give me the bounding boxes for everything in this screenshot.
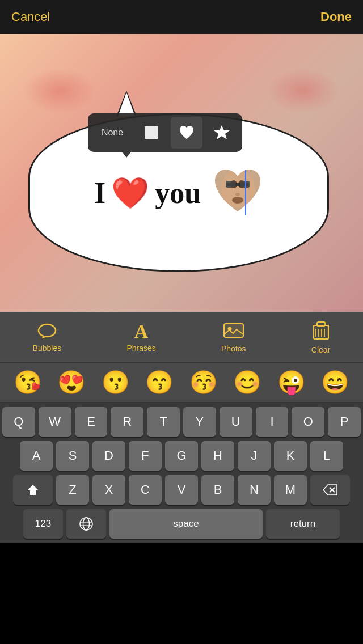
bubble-content: I ❤️ you bbox=[94, 167, 263, 218]
svg-marker-1 bbox=[214, 125, 230, 139]
key-Z[interactable]: Z bbox=[56, 475, 89, 505]
frame-option-heart[interactable] bbox=[171, 117, 202, 149]
bubble-heart: ❤️ bbox=[111, 175, 149, 211]
clear-icon bbox=[313, 321, 329, 343]
header: Cancel Done bbox=[0, 0, 363, 34]
svg-rect-0 bbox=[145, 126, 158, 139]
keyboard-row-1: Q W E R T Y U I O P bbox=[2, 407, 361, 437]
emoji-0[interactable]: 😘 bbox=[14, 369, 42, 396]
key-K[interactable]: K bbox=[274, 441, 307, 471]
clear-label: Clear bbox=[311, 345, 330, 354]
key-G[interactable]: G bbox=[165, 441, 198, 471]
svg-rect-13 bbox=[224, 324, 243, 337]
key-V[interactable]: V bbox=[165, 475, 198, 505]
emoji-6[interactable]: 😜 bbox=[277, 369, 306, 396]
emoji-4[interactable]: 😚 bbox=[189, 369, 218, 396]
svg-point-10 bbox=[39, 324, 56, 337]
space-key[interactable]: space bbox=[109, 509, 263, 539]
bubble-photo bbox=[212, 167, 263, 218]
key-S[interactable]: S bbox=[56, 441, 89, 471]
emoji-5[interactable]: 😊 bbox=[233, 369, 261, 396]
key-H[interactable]: H bbox=[201, 441, 234, 471]
key-F[interactable]: F bbox=[129, 441, 162, 471]
key-E[interactable]: E bbox=[75, 407, 108, 437]
svg-point-8 bbox=[235, 193, 240, 196]
globe-key[interactable] bbox=[66, 509, 106, 539]
key-Y[interactable]: Y bbox=[183, 407, 216, 437]
key-C[interactable]: C bbox=[129, 475, 162, 505]
toolbar-bubbles[interactable]: Bubbles bbox=[33, 323, 62, 353]
frame-selector: None bbox=[88, 113, 242, 152]
emoji-3[interactable]: 😙 bbox=[145, 369, 174, 396]
key-W[interactable]: W bbox=[39, 407, 71, 437]
keyboard: Q W E R T Y U I O P A S D F G H J K L Z … bbox=[0, 402, 363, 543]
delete-key[interactable] bbox=[310, 475, 350, 505]
keyboard-row-2: A S D F G H J K L bbox=[2, 441, 361, 471]
frame-option-star[interactable] bbox=[206, 117, 238, 149]
photos-label: Photos bbox=[221, 344, 246, 353]
text-cursor bbox=[245, 170, 246, 215]
done-button[interactable]: Done bbox=[320, 10, 352, 24]
toolbar-photos[interactable]: Photos bbox=[221, 322, 246, 353]
emoji-row: 😘 😍 😗 😙 😚 😊 😜 😄 bbox=[0, 363, 363, 402]
toolbar-clear[interactable]: Clear bbox=[311, 321, 330, 354]
svg-point-9 bbox=[232, 197, 243, 204]
emoji-2[interactable]: 😗 bbox=[102, 369, 130, 396]
bubbles-label: Bubbles bbox=[33, 344, 62, 353]
toolbar-phrases[interactable]: A Phrases bbox=[126, 322, 155, 353]
phrases-icon: A bbox=[134, 322, 149, 341]
key-J[interactable]: J bbox=[238, 441, 271, 471]
return-key[interactable]: return bbox=[266, 509, 340, 539]
key-D[interactable]: D bbox=[92, 441, 125, 471]
key-L[interactable]: L bbox=[310, 441, 343, 471]
photos-icon bbox=[223, 322, 244, 342]
toolbar: Bubbles A Phrases Photos bbox=[0, 312, 363, 363]
key-B[interactable]: B bbox=[201, 475, 234, 505]
key-U[interactable]: U bbox=[220, 407, 252, 437]
key-R[interactable]: R bbox=[111, 407, 143, 437]
key-I[interactable]: I bbox=[256, 407, 289, 437]
svg-point-25 bbox=[80, 518, 92, 530]
key-M[interactable]: M bbox=[274, 475, 307, 505]
shift-key[interactable] bbox=[13, 475, 53, 505]
keyboard-bottom-row: 123 space return bbox=[2, 509, 361, 539]
key-A[interactable]: A bbox=[20, 441, 53, 471]
num-key[interactable]: 123 bbox=[23, 509, 63, 539]
emoji-1[interactable]: 😍 bbox=[57, 369, 86, 396]
key-P[interactable]: P bbox=[328, 407, 361, 437]
canvas-area: None I ❤️ you bbox=[0, 34, 363, 312]
key-O[interactable]: O bbox=[292, 407, 324, 437]
cancel-button[interactable]: Cancel bbox=[11, 10, 50, 24]
bubble-text-after: you bbox=[155, 176, 201, 210]
frame-option-none[interactable]: None bbox=[92, 117, 132, 149]
svg-rect-6 bbox=[226, 181, 235, 188]
bubbles-icon bbox=[37, 323, 57, 341]
keyboard-row-3: Z X C V B N M bbox=[2, 475, 361, 505]
bubble-text-before: I bbox=[94, 176, 105, 210]
phrases-label: Phrases bbox=[126, 344, 155, 353]
key-Q[interactable]: Q bbox=[2, 407, 35, 437]
svg-marker-22 bbox=[27, 485, 39, 495]
emoji-7[interactable]: 😄 bbox=[321, 369, 349, 396]
key-T[interactable]: T bbox=[147, 407, 180, 437]
svg-point-26 bbox=[83, 518, 90, 530]
bubble-tail-inner bbox=[118, 92, 135, 116]
key-N[interactable]: N bbox=[238, 475, 271, 505]
frame-option-square[interactable] bbox=[136, 117, 167, 149]
key-X[interactable]: X bbox=[92, 475, 125, 505]
